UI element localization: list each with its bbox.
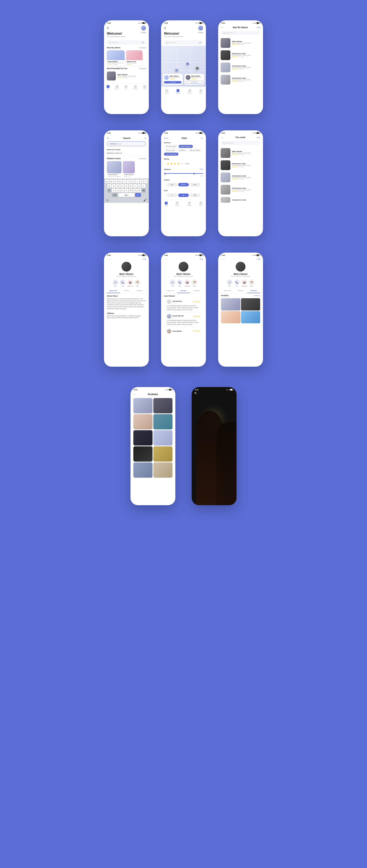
gender-women[interactable]: Women (178, 183, 189, 186)
gender-man[interactable]: Man (167, 183, 177, 186)
key-c[interactable]: C (120, 189, 124, 192)
menu-icon[interactable]: ☰ (107, 27, 109, 30)
action-video-2[interactable]: 📹 Vedio Call (184, 279, 190, 287)
cost-1[interactable]: $ (167, 193, 177, 197)
search-close-btn[interactable]: ✕ (107, 136, 109, 140)
search-input-field[interactable]: Madbrai | Studio (107, 142, 146, 146)
results-search[interactable]: Type Here... (221, 141, 260, 145)
action-chat-2[interactable]: 💬 Chat (170, 279, 175, 287)
key-w[interactable]: W (110, 180, 113, 183)
view-profile-btn-2[interactable]: View Profile (186, 81, 203, 84)
key-i[interactable]: I (135, 180, 139, 183)
profile-back-1[interactable]: ←← (107, 258, 111, 260)
result-item-3-2[interactable]: Hairdresser salon 802 N Virgil Ave, Beve… (218, 49, 263, 61)
filter-nav-near[interactable]: Near You (175, 202, 179, 206)
profile-help-2[interactable]: Help (200, 258, 203, 260)
action-book-2[interactable]: 📅 Book (192, 279, 197, 287)
filter-reset-btn[interactable]: Reset (164, 137, 168, 139)
key-b[interactable]: B (129, 189, 133, 192)
key-return[interactable]: return (135, 193, 141, 197)
res-item-5[interactable]: Anonymous salon (218, 196, 263, 204)
nav2-notif[interactable]: Notification (187, 89, 192, 94)
filter-nav-profile[interactable]: Profile (199, 202, 202, 206)
action-video-1[interactable]: 📹 Vedio Call (127, 279, 133, 287)
result-item-3-1[interactable]: Mad's Barber 802 N Virgil Ave, Beverly H… (218, 37, 263, 49)
key-v[interactable]: V (124, 189, 128, 192)
nav-notif[interactable]: Notification (133, 85, 138, 90)
key-e[interactable]: E (114, 180, 118, 183)
tab-basic-info-1[interactable]: Basic Info (107, 288, 120, 293)
tab-review-3[interactable]: Review (234, 288, 247, 293)
help-btn-3[interactable]: Help (257, 27, 260, 28)
chip-mustache[interactable]: Mustache (177, 149, 187, 152)
rec-card-1[interactable]: Mad's Barber 802 N Virgil Ave, Beverly H… (104, 70, 149, 82)
res-item-2[interactable]: Hairdresser salon 802 N Virgil Ave, Beve… (218, 159, 263, 171)
key-shift[interactable]: ⇧ (108, 189, 111, 192)
action-chat-1[interactable]: 💬 Chat (113, 279, 118, 287)
slider-thumb-right[interactable] (193, 172, 195, 175)
key-y[interactable]: Y (127, 180, 131, 183)
related-item-2[interactable]: Etiquette Barbers 2424 E 8t, LS (123, 161, 135, 178)
key-n[interactable]: N (133, 189, 137, 192)
res-item-4[interactable]: Anonymous salon 802 N Virgil Ave, Beverl… (218, 184, 263, 196)
res-item-3[interactable]: Anonymous salon 802 N Virgil Ave, Beverl… (218, 171, 263, 184)
tab-basic-info-3[interactable]: Basic Info (221, 288, 234, 293)
filter-nav-home[interactable]: Home (165, 202, 168, 206)
filter-close-btn[interactable]: ✕ (201, 136, 203, 140)
key-r[interactable]: R (118, 180, 122, 183)
portfolio-item-3-4[interactable] (241, 311, 260, 323)
portfolio-back-btn[interactable]: ← (133, 393, 136, 396)
range-slider[interactable]: 0 4 KM (164, 173, 203, 177)
pf-item-2[interactable] (153, 398, 172, 413)
tab-review-1[interactable]: Review (120, 288, 133, 293)
portfolio-item-3-2[interactable] (241, 298, 260, 310)
action-chat-3[interactable]: 💬 Chat (227, 279, 232, 287)
pf-item-8[interactable] (153, 446, 172, 462)
key-m[interactable]: M (137, 189, 141, 192)
salon-pin-1[interactable]: ▶ (186, 62, 190, 66)
avatar-small-2[interactable] (198, 26, 203, 31)
res-item-1[interactable]: Mad's Barber 802 N Virgil Ave, Beverly H… (218, 147, 263, 159)
pf-item-7[interactable] (133, 446, 152, 462)
related-see-all[interactable]: See All (9) (139, 158, 146, 159)
key-o[interactable]: O (140, 180, 143, 183)
avatar-small[interactable] (141, 26, 146, 31)
tab-portfolio-1[interactable]: Portfolio (133, 288, 146, 293)
results-help[interactable]: Help (257, 136, 260, 138)
fullscreen-close-btn[interactable]: ✕ (194, 391, 197, 395)
filter-btn[interactable]: ≡ (145, 137, 146, 140)
result-item-3-4[interactable]: Anonymous salon 802 N Virgil Ave, Beverl… (218, 73, 263, 86)
profile-help-1[interactable]: Help (143, 258, 146, 260)
chip-wax-beard[interactable]: Wax your Beard (188, 149, 202, 152)
portfolio-item-3-3[interactable] (221, 311, 241, 323)
change-link[interactable]: Change (141, 32, 146, 33)
key-a[interactable]: A (108, 184, 111, 188)
salon-card-2[interactable]: Barbers At St 38 W Santa Mad... ★★★★☆ (126, 50, 143, 66)
cost-2[interactable]: $$ (178, 193, 189, 197)
map-card-1[interactable]: Mad's Barber 802 N, Beverly Hills ★★★★☆ … (163, 74, 183, 85)
related-item-1[interactable]: Etiquette Barbers 1604 E 8th St, Los Ang… (107, 161, 121, 178)
action-video-3[interactable]: 📹 Vedio Call (242, 279, 247, 287)
chip-color-beard[interactable]: Color your Beard (164, 153, 178, 156)
key-p[interactable]: P (144, 180, 148, 183)
tab-basic-info-2[interactable]: Basic Info (164, 288, 177, 293)
action-book-3[interactable]: 📅 Book (249, 279, 254, 287)
key-s[interactable]: S (112, 184, 115, 188)
key-z[interactable]: Z (112, 189, 115, 192)
suggestion-1[interactable]: Madbrains Studio (104, 148, 149, 151)
tab-portfolio-2[interactable]: Portfolio (190, 288, 203, 293)
slider-thumb-left[interactable] (164, 172, 166, 175)
portfolio-item-3-1[interactable] (221, 298, 241, 310)
back-btn-3[interactable]: ← (221, 26, 224, 29)
key-h[interactable]: H (129, 184, 133, 188)
key-space[interactable]: space (118, 193, 135, 197)
gender-other[interactable]: Other (190, 183, 200, 186)
nav-home[interactable]: Home (107, 85, 110, 90)
see-all-nearby-1[interactable]: See All (9) (139, 47, 146, 49)
salon-card-1[interactable]: Vinny's Barber 662 N Virgil Ave, Beverly… (107, 50, 124, 66)
tab-portfolio-3[interactable]: Portfolio (247, 288, 260, 293)
search-bar-2[interactable]: Type here... ◎ (164, 40, 203, 44)
key-u[interactable]: U (131, 180, 135, 183)
profile-back-2[interactable]: ←← (164, 258, 168, 260)
mic-icon[interactable]: 🎤 (143, 198, 147, 202)
